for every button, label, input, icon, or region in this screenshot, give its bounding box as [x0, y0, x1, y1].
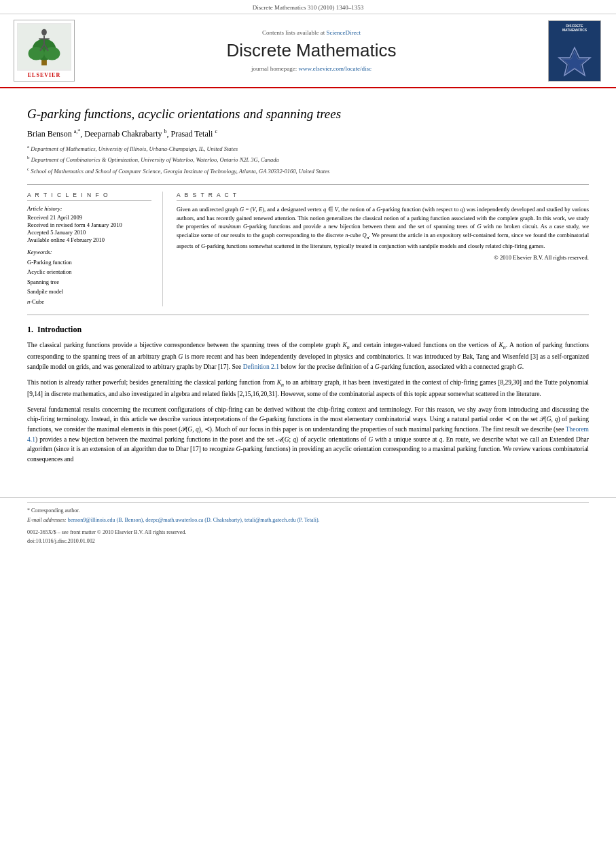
article-history: Article history: Received 21 April 2009 …	[27, 205, 151, 243]
affiliations: a Department of Mathematics, University …	[27, 143, 589, 176]
keyword-5: n-Cube	[27, 297, 151, 306]
intro-para-3: Several fundamental results concerning t…	[27, 405, 589, 465]
elsevier-logo: ELSEVIER	[14, 20, 75, 82]
journal-title-block: Contents lists available at ScienceDirec…	[83, 29, 540, 72]
svg-point-5	[41, 29, 47, 36]
journal-header: ELSEVIER Contents lists available at Sci…	[0, 14, 616, 88]
keyword-3: Spanning tree	[27, 277, 151, 287]
content-list-line: Contents lists available at ScienceDirec…	[83, 29, 540, 36]
email-addresses: E-mail addresses: benson9@illinois.edu (…	[27, 516, 589, 524]
article-meta-section: A R T I C L E I N F O Article history: R…	[27, 192, 589, 306]
available-date: Available online 4 February 2010	[27, 236, 151, 243]
elsevier-logo-image	[17, 23, 71, 71]
email-links: benson9@illinois.edu (B. Benson), deepc@…	[68, 517, 320, 523]
journal-thumb-graphic	[558, 44, 592, 78]
theorem-link-1: Theorem 4.1	[27, 426, 589, 443]
keyword-4: Sandpile model	[27, 287, 151, 296]
divider	[27, 184, 589, 185]
article-body: G-parking functions, acyclic orientation…	[0, 88, 616, 484]
footnote-section: * Corresponding author. E-mail addresses…	[27, 502, 589, 524]
journal-homepage: journal homepage: www.elsevier.com/locat…	[83, 65, 540, 72]
keyword-1: G-Parking function	[27, 257, 151, 267]
introduction-section: 1. Introduction The classical parking fu…	[27, 325, 589, 465]
article-title: G-parking functions, acyclic orientation…	[27, 106, 589, 123]
abstract-header: A B S T R A C T	[177, 192, 589, 201]
copyright: © 2010 Elsevier B.V. All rights reserved…	[177, 254, 589, 261]
article-info-column: A R T I C L E I N F O Article history: R…	[27, 192, 163, 306]
footer: * Corresponding author. E-mail addresses…	[0, 497, 616, 546]
intro-para-1: The classical parking functions provide …	[27, 340, 589, 372]
journal-citation: Discrete Mathematics 310 (2010) 1340–135…	[253, 4, 363, 11]
keywords-list: G-Parking function Acyclic orientation S…	[27, 257, 151, 306]
history-title: Article history:	[27, 205, 151, 212]
revised-date: Received in revised form 4 January 2010	[27, 221, 151, 228]
corresponding-author-note: * Corresponding author.	[27, 507, 589, 515]
accepted-date: Accepted 5 January 2010	[27, 229, 151, 236]
sciencedirect-link[interactable]: ScienceDirect	[327, 29, 361, 36]
top-bar: Discrete Mathematics 310 (2010) 1340–135…	[0, 0, 616, 14]
page: Discrete Mathematics 310 (2010) 1340–135…	[0, 0, 616, 841]
authors-line: Brian Benson a,*, Deeparnab Chakrabarty …	[27, 128, 589, 139]
journal-main-title: Discrete Mathematics	[83, 40, 540, 61]
homepage-link[interactable]: www.elsevier.com/locate/disc	[299, 65, 372, 72]
footer-journal-info: 0012-365X/$ – see front matter © 2010 El…	[27, 529, 589, 546]
article-info-header: A R T I C L E I N F O	[27, 192, 151, 201]
intro-para-2: This notion is already rather powerful; …	[27, 378, 589, 399]
section-divider	[27, 315, 589, 315]
keywords-section: Keywords: G-Parking function Acyclic ori…	[27, 249, 151, 306]
abstract-text: Given an undirected graph G = (V, E), an…	[177, 205, 589, 250]
journal-thumbnail: DISCRETEMATHEMATICS	[548, 20, 602, 82]
journal-thumb-title: DISCRETEMATHEMATICS	[562, 24, 587, 33]
def-link-1: Definition 2.1	[243, 363, 279, 370]
received-date: Received 21 April 2009	[27, 214, 151, 221]
elsevier-brand-text: ELSEVIER	[17, 72, 71, 78]
doi-line: doi:10.1016/j.disc.2010.01.002	[27, 537, 589, 546]
issn-line: 0012-365X/$ – see front matter © 2010 El…	[27, 529, 589, 537]
abstract-column: A B S T R A C T Given an undirected grap…	[177, 192, 589, 306]
keywords-title: Keywords:	[27, 249, 151, 255]
article-title-text: G	[27, 107, 37, 121]
section-heading-1: 1. Introduction	[27, 325, 589, 335]
keyword-2: Acyclic orientation	[27, 267, 151, 276]
